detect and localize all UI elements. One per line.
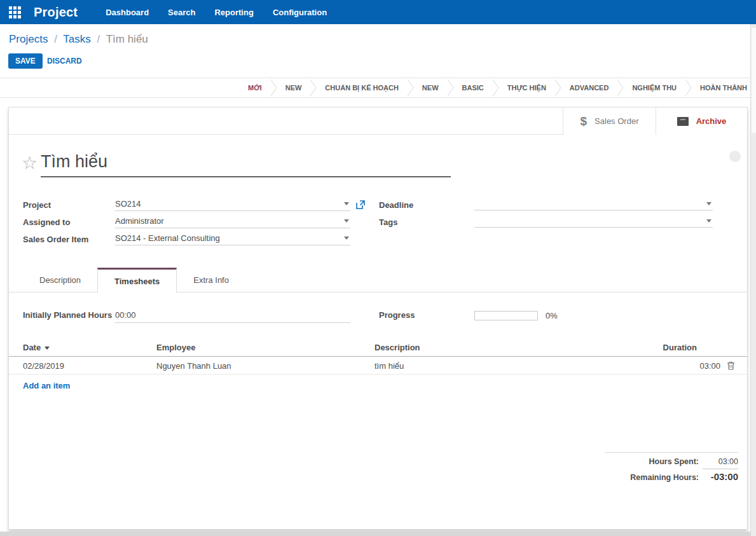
stage-chevron-icon: [270, 79, 277, 96]
hours-spent-row: Hours Spent: 03:00: [605, 457, 738, 466]
sheet-toolbar: $ Sales Order Archive: [9, 107, 747, 135]
tab-extra-info[interactable]: Extra Info: [177, 268, 245, 292]
deadline-field-label: Deadline: [379, 200, 413, 210]
breadcrumb: Projects / Tasks / Tìm hiểu: [9, 33, 148, 46]
assigned-to-field-value[interactable]: Administrator: [115, 216, 350, 228]
delete-row-icon[interactable]: [727, 361, 735, 370]
stage-moi[interactable]: MỚI: [247, 84, 263, 92]
dollar-icon: $: [581, 114, 588, 128]
remaining-hours-value: -03:00: [703, 469, 738, 482]
chevron-down-icon[interactable]: [344, 202, 349, 205]
archive-box-icon: [677, 117, 689, 126]
chevron-down-icon[interactable]: [344, 219, 349, 223]
external-link-icon[interactable]: [356, 200, 365, 209]
vertical-scrollbar[interactable]: [750, 24, 756, 536]
stage-thuc-hien[interactable]: THỰC HIỆN: [506, 84, 547, 92]
stage-basic[interactable]: BASIC: [461, 84, 485, 92]
date-header-label: Date: [23, 343, 41, 352]
stage-chevron-icon: [617, 79, 624, 96]
task-title-input[interactable]: Tìm hiểu: [41, 152, 451, 177]
stage-chevron-icon: [492, 79, 499, 96]
archive-button[interactable]: Archive: [656, 107, 747, 135]
save-button[interactable]: SAVE: [8, 53, 43, 69]
stage-chevron-icon: [310, 79, 317, 96]
assigned-to-field-label: Assigned to: [23, 217, 70, 227]
hours-spent-label: Hours Spent:: [649, 457, 699, 466]
menu-search[interactable]: Search: [168, 8, 195, 17]
chevron-down-icon[interactable]: [706, 202, 711, 205]
stage-new-1[interactable]: NEW: [284, 84, 303, 92]
scrollbar-thumb[interactable]: [752, 28, 756, 133]
remaining-hours-row: Remaining Hours: -03:00: [605, 469, 738, 482]
menu-dashboard[interactable]: Dashboard: [106, 8, 149, 17]
breadcrumb-tasks[interactable]: Tasks: [63, 33, 90, 45]
archive-label: Archive: [696, 116, 727, 126]
project-field-value[interactable]: SO214: [115, 199, 350, 211]
stage-hoan-thanh[interactable]: HOÀN THÀNH: [699, 84, 748, 92]
add-an-item-link[interactable]: Add an item: [23, 381, 70, 390]
cell-date[interactable]: 02/28/2019: [23, 361, 64, 371]
sales-order-button[interactable]: $ Sales Order: [563, 107, 656, 135]
chevron-down-icon[interactable]: [344, 237, 349, 240]
stage-chuan-bi-ke-hoach[interactable]: CHUẨN BỊ KẾ HOẠCH: [324, 84, 400, 92]
column-header-description[interactable]: Description: [375, 343, 420, 352]
project-field-label: Project: [23, 200, 51, 210]
form-sheet: $ Sales Order Archive ☆ Tìm hiểu Project…: [8, 107, 748, 530]
tags-field-value[interactable]: [474, 216, 713, 228]
progress-label: Progress: [379, 310, 415, 320]
stage-chevron-icon: [447, 79, 454, 96]
menu-configuration[interactable]: Configuration: [273, 8, 327, 17]
timesheet-row[interactable]: 02/28/2019 Nguyen Thanh Luan tìm hiểu 03…: [9, 357, 747, 375]
column-header-duration[interactable]: Duration: [663, 343, 697, 352]
column-header-date[interactable]: Date: [23, 343, 50, 352]
timesheet-table-header: Date Employee Description Duration: [9, 341, 747, 357]
stage-chevron-icon: [407, 79, 414, 96]
app-title: Project: [34, 5, 78, 20]
page-bottom-strip: [0, 532, 756, 536]
tab-description[interactable]: Description: [23, 268, 97, 292]
stage-nghiem-thu[interactable]: NGHIỆM THU: [631, 84, 678, 92]
project-task-page: Project Dashboard Search Reporting Confi…: [0, 0, 756, 536]
sales-order-item-field-value[interactable]: SO214 - External Consulting: [115, 233, 350, 245]
stage-statusbar: MỚI NEW CHUẨN BỊ KẾ HOẠCH NEW BASIC THỰC…: [0, 78, 756, 98]
stage-chevron-icon: [554, 79, 561, 96]
initially-planned-hours-label: Initially Planned Hours: [23, 310, 112, 320]
timesheet-totals: Hours Spent: 03:00 Remaining Hours: -03:…: [605, 452, 738, 484]
column-header-employee[interactable]: Employee: [156, 343, 195, 352]
breadcrumb-separator: /: [94, 33, 104, 45]
chevron-down-icon[interactable]: [706, 219, 711, 223]
deadline-field-value[interactable]: [474, 199, 713, 210]
stage-advanced[interactable]: ADVANCED: [568, 84, 610, 92]
sort-desc-icon: [45, 347, 50, 350]
stage-chevron-icon: [685, 79, 692, 96]
assigned-to-field-text: Administrator: [115, 216, 164, 226]
tags-field-label: Tags: [379, 217, 397, 227]
menu-reporting[interactable]: Reporting: [214, 8, 253, 17]
breadcrumb-projects[interactable]: Projects: [9, 33, 48, 45]
apps-grid-icon[interactable]: [9, 6, 21, 18]
notebook-tabs: Description Timesheets Extra Info: [9, 268, 747, 292]
project-field-text: SO214: [115, 199, 141, 209]
favorite-star-icon[interactable]: ☆: [22, 155, 38, 172]
cell-duration[interactable]: 03:00: [699, 361, 720, 371]
progress-percent: 0%: [546, 311, 558, 320]
cell-description[interactable]: tìm hiểu: [375, 361, 404, 371]
sales-order-item-field-label: Sales Order Item: [23, 235, 88, 244]
cell-employee[interactable]: Nguyen Thanh Luan: [156, 361, 231, 371]
sales-order-label: Sales Order: [594, 116, 638, 126]
kanban-state-dot[interactable]: [729, 151, 741, 162]
sales-order-item-field-text: SO214 - External Consulting: [115, 233, 220, 243]
stage-new-2[interactable]: NEW: [421, 84, 440, 92]
breadcrumb-current: Tìm hiểu: [106, 33, 148, 45]
hours-spent-value: 03:00: [703, 457, 738, 466]
progress-bar: [474, 311, 538, 320]
remaining-hours-label: Remaining Hours:: [630, 473, 699, 482]
breadcrumb-separator: /: [51, 33, 60, 45]
top-navbar: Project Dashboard Search Reporting Confi…: [0, 0, 756, 24]
nav-menu: Dashboard Search Reporting Configuration: [106, 8, 327, 17]
tab-timesheets[interactable]: Timesheets: [97, 268, 177, 292]
discard-button[interactable]: DISCARD: [47, 57, 82, 65]
initially-planned-hours-input[interactable]: 00:00: [115, 310, 350, 323]
